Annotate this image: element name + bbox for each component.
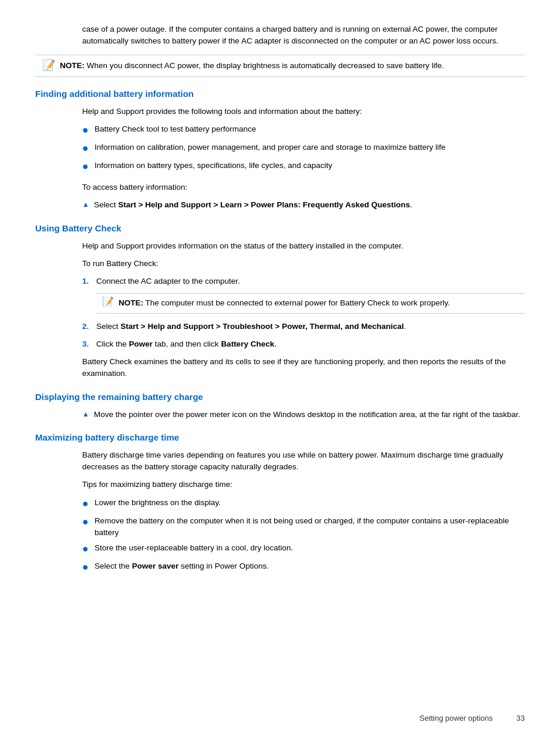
bullet-item: ● Select the Power saver setting in Powe…	[82, 560, 525, 575]
bullet-text: Information on battery types, specificat…	[95, 160, 332, 172]
step-bold: Start > Help and Support > Troubleshoot …	[120, 322, 404, 331]
step-2: 2. Select Start > Help and Support > Tro…	[82, 321, 525, 332]
step-text: Connect the AC adapter to the computer.	[96, 275, 240, 287]
intro-text: case of a power outage. If the computer …	[82, 25, 498, 45]
power-saver-bold: Power saver	[132, 562, 179, 570]
step-num: 2.	[82, 321, 96, 332]
discharge-para2: Tips for maximizing battery discharge ti…	[82, 479, 525, 490]
section-maximizing-discharge: Maximizing battery discharge time Batter…	[35, 432, 525, 575]
section-finding-battery-info: Finding additional battery information H…	[35, 89, 525, 211]
power-tab-bold: Power	[129, 340, 153, 348]
heading-finding-battery-info: Finding additional battery information	[35, 89, 525, 99]
inline-note-label: NOTE:	[119, 298, 143, 307]
step-text: Click the Power tab, and then click Batt…	[96, 338, 276, 350]
bullet-item: ● Battery Check tool to test battery per…	[82, 123, 525, 138]
finding-bullets: ● Battery Check tool to test battery per…	[82, 123, 525, 174]
note-icon: 📝	[102, 296, 114, 307]
top-note-label: NOTE:	[60, 61, 85, 70]
top-note-body: When you disconnect AC power, the displa…	[87, 61, 444, 70]
heading-displaying-charge: Displaying the remaining battery charge	[35, 392, 525, 402]
section-using-battery-check: Using Battery Check Help and Support pro…	[35, 223, 525, 380]
action-text-charge: Move the pointer over the power meter ic…	[94, 409, 520, 421]
note-icon: 📝	[42, 59, 55, 72]
top-note-box: 📝 NOTE: When you disconnect AC power, th…	[35, 55, 525, 77]
top-note-text: NOTE: When you disconnect AC power, the …	[60, 60, 444, 72]
bullet-icon: ●	[82, 122, 89, 138]
action-bold: Start > Help and Support > Learn > Power…	[118, 200, 410, 209]
step-3: 3. Click the Power tab, and then click B…	[82, 338, 525, 350]
step-text: Select Start > Help and Support > Troubl…	[96, 321, 406, 332]
bullet-text: Battery Check tool to test battery perfo…	[95, 123, 256, 135]
finding-intro: Help and Support provides the following …	[82, 106, 525, 117]
triangle-icon: ▲	[82, 200, 89, 209]
bullet-icon: ●	[82, 159, 89, 174]
battery-check-steps: 1. Connect the AC adapter to the compute…	[82, 275, 525, 287]
body-maximizing-discharge: Battery discharge time varies depending …	[82, 449, 525, 575]
bullet-icon: ●	[82, 514, 89, 530]
page-content: case of a power outage. If the computer …	[35, 23, 525, 575]
bullet-item: ● Information on calibration, power mana…	[82, 142, 525, 156]
body-displaying-charge: ▲ Move the pointer over the power meter …	[82, 409, 525, 421]
heading-using-battery-check: Using Battery Check	[35, 223, 525, 233]
bullet-text: Select the Power saver setting in Power …	[95, 560, 269, 572]
heading-maximizing-discharge: Maximizing battery discharge time	[35, 432, 525, 442]
bullet-text: Information on calibration, power manage…	[95, 142, 446, 153]
body-finding-battery-info: Help and Support provides the following …	[82, 106, 525, 211]
footer-page-number: 33	[517, 714, 525, 723]
battery-check-intro1: Help and Support provides information on…	[82, 240, 525, 252]
battery-check-bold: Battery Check	[221, 340, 274, 348]
bullet-text: Remove the battery on the computer when …	[95, 515, 525, 539]
bullet-item: ● Information on battery types, specific…	[82, 160, 525, 174]
battery-check-steps-cont: 2. Select Start > Help and Support > Tro…	[82, 321, 525, 351]
step-num: 1.	[82, 275, 96, 287]
bullet-item: ● Remove the battery on the computer whe…	[82, 515, 525, 539]
intro-paragraph: case of a power outage. If the computer …	[82, 23, 525, 48]
step-num: 3.	[82, 338, 96, 350]
inline-note-text: NOTE: The computer must be connected to …	[119, 297, 450, 309]
bullet-item: ● Store the user-replaceable battery in …	[82, 542, 525, 557]
triangle-icon: ▲	[82, 410, 89, 418]
battery-check-intro2: To run Battery Check:	[82, 258, 525, 270]
bullet-icon: ●	[82, 140, 89, 156]
body-using-battery-check: Help and Support provides information on…	[82, 240, 525, 380]
bullet-text: Store the user-replaceable battery in a …	[95, 542, 293, 554]
inline-note-body: The computer must be connected to extern…	[146, 298, 450, 307]
bullet-icon: ●	[82, 541, 89, 557]
page-footer: Setting power options 33	[420, 714, 525, 723]
step-1: 1. Connect the AC adapter to the compute…	[82, 275, 525, 287]
action-item: ▲ Select Start > Help and Support > Lear…	[82, 199, 525, 211]
bullet-icon: ●	[82, 559, 89, 575]
access-intro: To access battery information:	[82, 182, 525, 193]
bullet-text: Lower the brightness on the display.	[95, 497, 221, 509]
discharge-bullets: ● Lower the brightness on the display. ●…	[82, 497, 525, 576]
discharge-para1: Battery discharge time varies depending …	[82, 449, 525, 473]
action-text: Select Start > Help and Support > Learn …	[94, 199, 412, 211]
inline-note-box: 📝 NOTE: The computer must be connected t…	[96, 293, 525, 313]
action-item-charge: ▲ Move the pointer over the power meter …	[82, 409, 525, 421]
section-displaying-charge: Displaying the remaining battery charge …	[35, 392, 525, 421]
footer-text: Setting power options 33	[420, 714, 525, 723]
bullet-icon: ●	[82, 496, 89, 512]
battery-check-closing: Battery Check examines the battery and i…	[82, 356, 525, 380]
bullet-item: ● Lower the brightness on the display.	[82, 497, 525, 512]
footer-label: Setting power options	[420, 714, 493, 723]
